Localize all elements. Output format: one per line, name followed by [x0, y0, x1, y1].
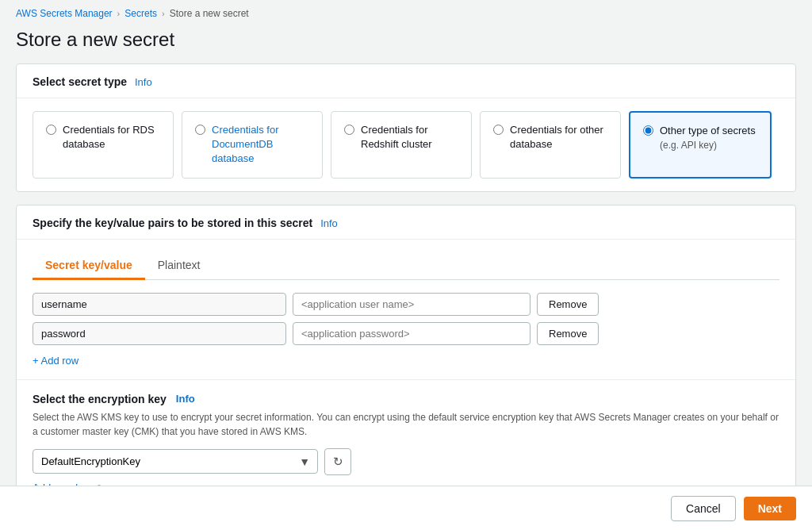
secret-type-other[interactable]: Other type of secrets (e.g. API key): [629, 111, 772, 179]
breadcrumb-sep-2: ›: [162, 9, 165, 18]
encryption-header: Select the encryption key Info: [33, 393, 779, 405]
kv-value-username[interactable]: [293, 293, 530, 316]
encryption-select-wrap: DefaultEncryptionKey ▼: [33, 449, 318, 474]
tab-plaintext[interactable]: Plaintext: [145, 252, 213, 280]
remove-password-button[interactable]: Remove: [537, 322, 599, 345]
secret-type-documentdb[interactable]: Credentials for DocumentDB database: [182, 111, 323, 179]
refresh-icon: ↻: [333, 455, 343, 469]
cancel-button[interactable]: Cancel: [671, 496, 736, 521]
secret-type-other-db[interactable]: Credentials for other database: [480, 111, 621, 179]
breadcrumb-secrets-link[interactable]: Secrets: [124, 8, 157, 19]
secret-type-card: Select secret type Info Credentials for …: [16, 63, 796, 192]
breadcrumb-sep-1: ›: [117, 9, 121, 18]
kv-info-link[interactable]: Info: [320, 217, 338, 229]
secret-type-rds[interactable]: Credentials for RDS database: [33, 111, 174, 179]
kv-tabs: Secret key/value Plaintext: [33, 252, 779, 280]
secret-type-documentdb-label: Credentials for DocumentDB database: [212, 123, 309, 167]
secret-type-redshift-label: Credentials for Redshift cluster: [361, 123, 458, 152]
tab-secret-key-value[interactable]: Secret key/value: [33, 252, 145, 280]
encryption-key-select[interactable]: DefaultEncryptionKey: [33, 449, 318, 474]
kv-card: Specify the key/value pairs to be stored…: [16, 205, 796, 507]
refresh-encryption-key-button[interactable]: ↻: [324, 448, 351, 475]
kv-key-password[interactable]: [33, 322, 286, 345]
secret-type-other-db-label: Credentials for other database: [510, 123, 607, 152]
secret-type-title: Select secret type: [33, 75, 127, 88]
secret-type-other-radio[interactable]: [643, 125, 653, 136]
secret-type-redshift[interactable]: Credentials for Redshift cluster: [331, 111, 472, 179]
kv-key-username[interactable]: [33, 293, 286, 316]
kv-title: Specify the key/value pairs to be stored…: [33, 217, 312, 229]
secret-type-documentdb-radio[interactable]: [195, 125, 205, 135]
secret-type-rds-label: Credentials for RDS database: [63, 123, 160, 152]
kv-header: Specify the key/value pairs to be stored…: [17, 205, 795, 240]
secret-type-info-link[interactable]: Info: [135, 76, 152, 88]
encryption-key-row: DefaultEncryptionKey ▼ ↻: [33, 448, 779, 475]
add-row-link[interactable]: + Add row: [33, 355, 79, 367]
bottom-bar: Cancel Next: [0, 486, 812, 530]
next-button[interactable]: Next: [744, 497, 796, 520]
kv-content: Secret key/value Plaintext Remove Remove…: [17, 240, 795, 379]
breadcrumb-secrets-manager-link[interactable]: AWS Secrets Manager: [16, 8, 113, 19]
remove-username-button[interactable]: Remove: [537, 293, 599, 316]
secret-type-options: Credentials for RDS database Credentials…: [17, 98, 795, 191]
breadcrumb-current: Store a new secret: [170, 8, 249, 19]
page-title: Store a new secret: [0, 24, 812, 63]
encryption-title: Select the encryption key: [33, 393, 167, 405]
encryption-description: Select the AWS KMS key to use to encrypt…: [33, 410, 779, 439]
main-content: Select secret type Info Credentials for …: [0, 63, 812, 530]
secret-type-other-db-radio[interactable]: [493, 125, 504, 135]
secret-type-rds-radio[interactable]: [46, 125, 56, 135]
kv-value-password[interactable]: [293, 322, 530, 345]
secret-type-header: Select secret type Info: [17, 64, 795, 98]
encryption-info-link[interactable]: Info: [176, 393, 195, 405]
kv-row-username: Remove: [33, 293, 779, 316]
secret-type-redshift-radio[interactable]: [344, 125, 354, 135]
secret-type-other-label: Other type of secrets (e.g. API key): [660, 124, 756, 152]
kv-row-password: Remove: [33, 322, 779, 345]
breadcrumb: AWS Secrets Manager › Secrets › Store a …: [0, 0, 812, 24]
